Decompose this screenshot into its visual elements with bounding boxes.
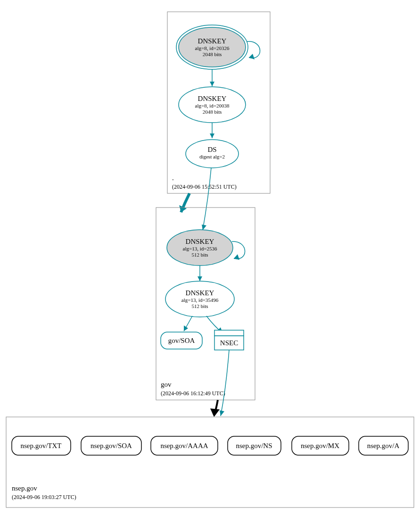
zone-gov-timestamp: (2024-09-06 16:12:49 UTC) (161, 390, 225, 397)
root-ds-title: DS (207, 146, 216, 153)
zone-nsep-label: nsep.gov (12, 484, 37, 492)
node-gov-ksk: DNSKEY alg=13, id=2536 512 bits (167, 230, 233, 266)
arrow-gov-ksk-self (234, 254, 239, 260)
node-nsep-a: nsep.gov/A (359, 436, 408, 455)
svg-rect-7 (214, 330, 244, 336)
edge-nsec-to-nsep (221, 350, 229, 416)
edge-gov-ksk-self (232, 241, 245, 259)
zone-root-label: . (172, 174, 174, 182)
nsep-txt-title: nsep.gov/TXT (20, 442, 61, 449)
node-root-ds: DS digest alg=2 (186, 140, 239, 168)
zone-root-timestamp: (2024-09-06 15:52:51 UTC) (172, 183, 237, 190)
arrow-ds-to-gov-ksk (202, 225, 206, 230)
gov-soa-title: gov/SOA (168, 337, 195, 344)
arrow-nsec-to-nsep (220, 410, 224, 416)
zone-nsep-timestamp: (2024-09-06 19:03:27 UTC) (12, 494, 76, 500)
gov-ksk-title: DNSKEY (186, 238, 214, 245)
node-nsep-soa: nsep.gov/SOA (81, 436, 141, 455)
arrow-root-zsk-to-ds (210, 133, 214, 138)
root-ksk-line1: alg=8, id=20326 (195, 45, 230, 51)
gov-zsk-title: DNSKEY (186, 289, 214, 297)
nsep-ns-title: nsep.gov/NS (236, 442, 272, 449)
node-root-ksk: DNSKEY alg=8, id=20326 2048 bits (176, 25, 248, 69)
arrow-root-ksk-self (249, 54, 255, 59)
gov-nsec-title: NSEC (220, 339, 238, 347)
gov-ksk-line2: 512 bits (191, 252, 208, 258)
root-ds-line1: digest alg=2 (199, 154, 225, 159)
nsep-soa-title: nsep.gov/SOA (91, 442, 132, 449)
root-ksk-line2: 2048 bits (203, 51, 222, 57)
gov-zsk-line1: alg=13, id=35496 (181, 297, 219, 303)
nsep-a-title: nsep.gov/A (367, 442, 400, 449)
node-gov-zsk: DNSKEY alg=13, id=35496 512 bits (165, 281, 234, 317)
gov-zsk-line2: 512 bits (191, 303, 208, 309)
arrow-gov-to-nsep-heavy (210, 408, 220, 417)
node-gov-soa: gov/SOA (161, 332, 202, 349)
node-nsep-aaaa: nsep.gov/AAAA (151, 436, 218, 455)
node-nsep-txt: nsep.gov/TXT (12, 436, 71, 455)
root-zsk-line1: alg=8, id=20038 (195, 103, 230, 108)
arrow-gov-ksk-to-zsk (198, 276, 202, 281)
nsep-mx-title: nsep.gov/MX (301, 442, 339, 449)
gov-ksk-line1: alg=13, id=2536 (183, 246, 217, 251)
node-nsep-ns: nsep.gov/NS (228, 436, 281, 455)
arrow-gov-zsk-to-soa (184, 325, 188, 331)
edge-root-ksk-self (247, 42, 260, 58)
root-ksk-title: DNSKEY (198, 37, 227, 45)
node-gov-nsec: NSEC (214, 330, 244, 350)
root-zsk-title: DNSKEY (198, 95, 227, 102)
arrow-root-ksk-to-zsk (210, 82, 214, 86)
zone-gov-label: gov (161, 381, 172, 388)
root-zsk-line2: 2048 bits (203, 109, 222, 115)
edge-ds-to-gov-ksk (203, 168, 211, 230)
node-nsep-mx: nsep.gov/MX (292, 436, 349, 455)
nsep-aaaa-title: nsep.gov/AAAA (160, 442, 208, 449)
node-root-zsk: DNSKEY alg=8, id=20038 2048 bits (179, 87, 246, 123)
